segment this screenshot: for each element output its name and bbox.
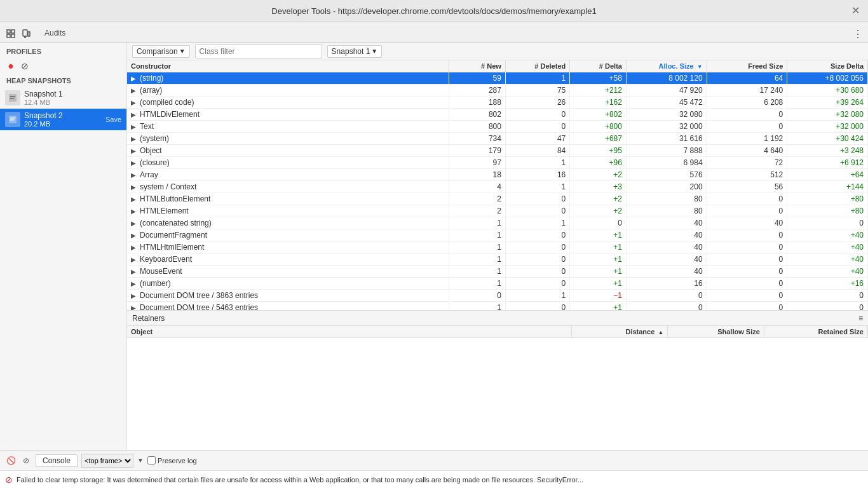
- save-snapshot-button[interactable]: Save: [105, 116, 121, 123]
- col-header-alloc[interactable]: Alloc. Size ▼: [626, 60, 707, 72]
- cell-constructor: ▶ Document DOM tree / 5463 entries: [127, 302, 449, 311]
- cell-constructor: ▶ HTMLButtonElement: [127, 193, 449, 205]
- expand-arrow[interactable]: ▶: [131, 232, 139, 239]
- close-button[interactable]: ✕: [850, 6, 860, 16]
- inspect-icon[interactable]: [5, 28, 17, 39]
- table-row[interactable]: ▶ (number) 1 0 +1 16 0 +16: [127, 278, 868, 290]
- cell-sizedelta: +80: [787, 205, 868, 217]
- expand-arrow[interactable]: ▶: [131, 75, 139, 82]
- expand-arrow[interactable]: ▶: [131, 220, 139, 227]
- expand-arrow[interactable]: ▶: [131, 256, 139, 263]
- table-row[interactable]: ▶ (string) 59 1 +58 8 002 120 64 +8 002 …: [127, 72, 868, 85]
- main-layout: Profiles ● ⊘ HEAP SNAPSHOTS Snapshot 1 1…: [0, 43, 868, 450]
- cell-sizedelta: +64: [787, 169, 868, 181]
- cell-new: 1: [449, 302, 506, 311]
- constructor-name: HTMLButtonElement: [140, 194, 210, 203]
- ret-col-object[interactable]: Object: [127, 326, 571, 338]
- expand-arrow[interactable]: ▶: [131, 159, 139, 166]
- expand-arrow[interactable]: ▶: [131, 135, 139, 142]
- table-row[interactable]: ▶ MouseEvent 1 0 +1 40 0 +40: [127, 266, 868, 278]
- table-row[interactable]: ▶ (array) 287 75 +212 47 920 17 240 +30 …: [127, 85, 868, 97]
- cell-freed: 72: [707, 157, 787, 169]
- cell-constructor: ▶ (string): [127, 72, 449, 85]
- expand-arrow[interactable]: ▶: [131, 244, 139, 251]
- sidebar: Profiles ● ⊘ HEAP SNAPSHOTS Snapshot 1 1…: [0, 43, 127, 450]
- console-tab[interactable]: Console: [36, 454, 78, 467]
- cell-alloc: 8 002 120: [626, 72, 707, 85]
- cell-deleted: 0: [505, 254, 569, 266]
- cell-sizedelta: +144: [787, 181, 868, 193]
- cell-new: 179: [449, 145, 506, 157]
- expand-arrow[interactable]: ▶: [131, 184, 139, 191]
- bottom-clear-icon[interactable]: 🚫: [5, 455, 17, 466]
- expand-arrow[interactable]: ▶: [131, 268, 139, 275]
- expand-arrow[interactable]: ▶: [131, 172, 139, 179]
- col-header-delta[interactable]: # Delta: [570, 60, 627, 72]
- table-row[interactable]: ▶ Array 18 16 +2 576 512 +64: [127, 169, 868, 181]
- col-header-freed[interactable]: Freed Size: [707, 60, 787, 72]
- bottom-filter-icon[interactable]: ⊘: [20, 455, 32, 466]
- table-row[interactable]: ▶ HTMLHtmlElement 1 0 +1 40 0 +40: [127, 241, 868, 254]
- cell-freed: 0: [707, 254, 787, 266]
- cell-alloc: 32 080: [626, 109, 707, 121]
- expand-arrow[interactable]: ▶: [131, 196, 139, 203]
- table-row[interactable]: ▶ system / Context 4 1 +3 200 56 +144: [127, 181, 868, 193]
- cell-delta: +800: [570, 121, 627, 133]
- table-row[interactable]: ▶ HTMLButtonElement 2 0 +2 80 0 +80: [127, 193, 868, 205]
- ret-col-retained[interactable]: Retained Size: [764, 326, 867, 338]
- table-row[interactable]: ▶ Document DOM tree / 3863 entries 0 1 −…: [127, 290, 868, 302]
- table-row[interactable]: ▶ Object 179 84 +95 7 888 4 640 +3 248: [127, 145, 868, 157]
- table-row[interactable]: ▶ Document DOM tree / 5463 entries 1 0 +…: [127, 302, 868, 311]
- cell-sizedelta: +80: [787, 193, 868, 205]
- expand-arrow[interactable]: ▶: [131, 111, 139, 118]
- class-filter-input[interactable]: [195, 44, 322, 58]
- cell-freed: 0: [707, 266, 787, 278]
- cell-sizedelta: +40: [787, 241, 868, 254]
- more-tabs-button[interactable]: ⋮: [853, 29, 863, 42]
- preserve-log-checkbox[interactable]: [147, 456, 156, 464]
- table-row[interactable]: ▶ KeyboardEvent 1 0 +1 40 0 +40: [127, 254, 868, 266]
- device-toolbar-icon[interactable]: [20, 28, 32, 39]
- table-row[interactable]: ▶ Text 800 0 +800 32 000 0 +32 000: [127, 121, 868, 133]
- snapshot-item-snap2[interactable]: Snapshot 2 20.2 MB Save: [0, 109, 126, 130]
- table-row[interactable]: ▶ (system) 734 47 +687 31 616 1 192 +30 …: [127, 133, 868, 145]
- table-row[interactable]: ▶ (closure) 97 1 +96 6 984 72 +6 912: [127, 157, 868, 169]
- snapshot-item-snap1[interactable]: Snapshot 1 12.4 MB: [0, 87, 126, 109]
- expand-arrow[interactable]: ▶: [131, 123, 139, 130]
- cell-freed: 0: [707, 290, 787, 302]
- retainers-settings-icon[interactable]: ≡: [858, 314, 863, 323]
- preserve-log-label[interactable]: Preserve log: [147, 456, 197, 464]
- expand-arrow[interactable]: ▶: [131, 292, 139, 299]
- table-row[interactable]: ▶ (compiled code) 188 26 +162 45 472 6 2…: [127, 97, 868, 109]
- cell-sizedelta: +30 424: [787, 133, 868, 145]
- expand-arrow[interactable]: ▶: [131, 99, 139, 106]
- ret-col-distance[interactable]: Distance ▲: [571, 326, 668, 338]
- expand-arrow[interactable]: ▶: [131, 304, 139, 311]
- col-header-constructor[interactable]: Constructor: [127, 60, 449, 72]
- expand-arrow[interactable]: ▶: [131, 208, 139, 215]
- cell-alloc: 80: [626, 193, 707, 205]
- expand-arrow[interactable]: ▶: [131, 147, 139, 154]
- tab-audits[interactable]: Audits: [37, 26, 88, 42]
- cell-delta: +1: [570, 241, 627, 254]
- expand-arrow[interactable]: ▶: [131, 280, 139, 287]
- comparison-select[interactable]: Comparison ▼: [132, 45, 190, 58]
- col-header-deleted[interactable]: # Deleted: [505, 60, 569, 72]
- expand-arrow[interactable]: ▶: [131, 87, 139, 94]
- table-row[interactable]: ▶ HTMLDivElement 802 0 +802 32 080 0 +32…: [127, 109, 868, 121]
- cell-alloc: 40: [626, 266, 707, 278]
- constructor-name: HTMLHtmlElement: [140, 243, 204, 252]
- record-icon[interactable]: ●: [5, 60, 17, 72]
- col-header-sizedelta[interactable]: Size Delta: [787, 60, 868, 72]
- table-row[interactable]: ▶ HTMLElement 2 0 +2 80 0 +80: [127, 205, 868, 217]
- table-row[interactable]: ▶ (concatenated string) 1 1 0 40 40 0: [127, 217, 868, 229]
- col-header-new[interactable]: # New: [449, 60, 506, 72]
- retainers-table: Object Distance ▲ Shallow Size Retained …: [127, 326, 868, 338]
- frame-select[interactable]: <top frame>: [81, 454, 133, 468]
- table-row[interactable]: ▶ DocumentFragment 1 0 +1 40 0 +40: [127, 229, 868, 241]
- ret-col-shallow[interactable]: Shallow Size: [668, 326, 764, 338]
- cell-delta: +2: [570, 169, 627, 181]
- snapshot-select[interactable]: Snapshot 1 ▼: [327, 45, 383, 58]
- clear-icon[interactable]: ⊘: [19, 60, 31, 72]
- svg-rect-4: [23, 30, 27, 36]
